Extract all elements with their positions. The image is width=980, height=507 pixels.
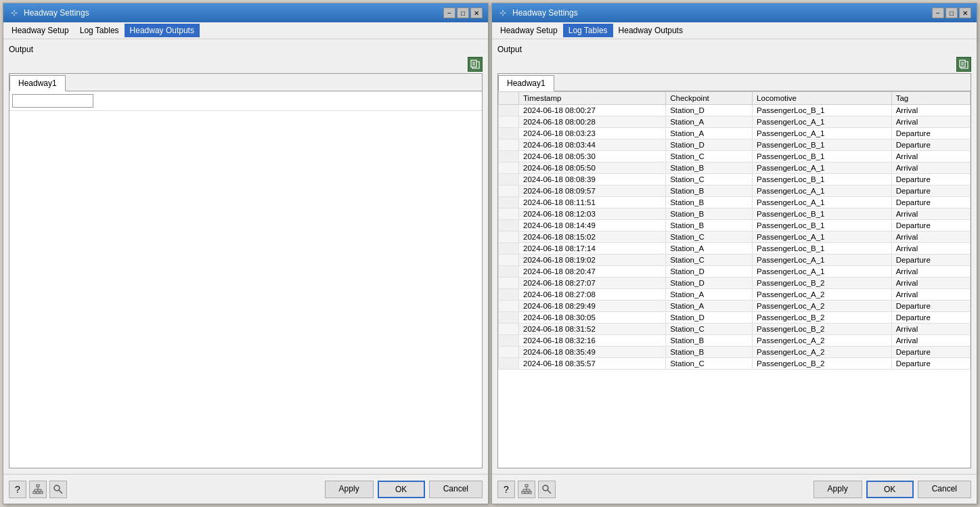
cell-rownum — [499, 358, 519, 370]
cell-timestamp: 2024-06-18 08:03:44 — [519, 139, 666, 151]
left-ok-button[interactable]: OK — [378, 481, 425, 498]
right-tab-container: Headway1 Timestamp Checkpoint Locomotive — [497, 73, 971, 468]
left-export-icon[interactable] — [468, 57, 483, 72]
left-apply-button[interactable]: Apply — [325, 481, 374, 498]
right-tab-content: Timestamp Checkpoint Locomotive Tag 2024… — [498, 91, 971, 468]
table-row: 2024-06-18 08:15:02 Station_C PassengerL… — [499, 232, 971, 243]
left-search-button[interactable] — [49, 481, 67, 498]
cell-timestamp: 2024-06-18 08:03:23 — [519, 128, 666, 139]
right-ok-button[interactable]: OK — [866, 481, 914, 498]
right-minimize-button[interactable]: − — [932, 7, 944, 18]
cell-checkpoint: Station_B — [666, 335, 753, 347]
cell-rownum — [499, 185, 519, 197]
right-title-buttons: − □ ✕ — [932, 7, 971, 18]
left-menu-headway-setup[interactable]: Headway Setup — [6, 24, 74, 37]
cell-checkpoint: Station_D — [666, 105, 753, 116]
right-menu-bar: Headway Setup Log Tables Headway Outputs — [492, 22, 977, 39]
cell-rownum — [499, 324, 519, 335]
right-apply-button[interactable]: Apply — [814, 481, 862, 498]
cell-rownum — [499, 312, 519, 324]
cell-locomotive: PassengerLoc_A_1 — [753, 266, 892, 278]
left-menu-bar: Headway Setup Log Tables Headway Outputs — [3, 22, 488, 39]
cell-checkpoint: Station_B — [666, 347, 753, 358]
table-row: 2024-06-18 08:19:02 Station_C PassengerL… — [499, 255, 971, 266]
left-title-bar-left: ⊹ Headway Settings — [9, 7, 89, 18]
left-help-button[interactable]: ? — [9, 481, 26, 498]
cell-locomotive: PassengerLoc_A_1 — [753, 232, 892, 243]
right-tab-headway1[interactable]: Headway1 — [498, 75, 554, 91]
cell-timestamp: 2024-06-18 08:15:02 — [519, 232, 666, 243]
right-menu-headway-outputs[interactable]: Headway Outputs — [613, 24, 688, 37]
right-export-icon[interactable] — [956, 57, 971, 72]
cell-locomotive: PassengerLoc_A_1 — [753, 162, 892, 174]
cell-checkpoint: Station_C — [666, 358, 753, 370]
left-title-bar: ⊹ Headway Settings − □ ✕ — [3, 3, 488, 22]
right-tab-bar: Headway1 — [498, 74, 971, 91]
right-data-table-scroll[interactable]: Timestamp Checkpoint Locomotive Tag 2024… — [498, 91, 971, 468]
cell-timestamp: 2024-06-18 08:35:49 — [519, 347, 666, 358]
table-row: 2024-06-18 08:08:39 Station_C PassengerL… — [499, 174, 971, 185]
cell-checkpoint: Station_C — [666, 255, 753, 266]
cell-locomotive: PassengerLoc_B_1 — [753, 151, 892, 162]
right-data-table: Timestamp Checkpoint Locomotive Tag 2024… — [498, 91, 971, 370]
cell-timestamp: 2024-06-18 08:35:57 — [519, 358, 666, 370]
cell-rownum — [499, 162, 519, 174]
right-window: ⊹ Headway Settings − □ ✕ Headway Setup L… — [491, 3, 977, 504]
left-network-button[interactable] — [29, 481, 47, 498]
cell-tag: Departure — [891, 174, 970, 185]
left-minimize-button[interactable]: − — [443, 7, 455, 18]
left-maximize-button[interactable]: □ — [457, 7, 469, 18]
svg-line-14 — [59, 490, 62, 493]
right-window-title: Headway Settings — [512, 8, 578, 18]
left-window-title: Headway Settings — [24, 8, 89, 18]
cell-timestamp: 2024-06-18 08:08:39 — [519, 174, 666, 185]
right-output-label: Output — [497, 45, 971, 54]
cell-locomotive: PassengerLoc_B_1 — [753, 139, 892, 151]
left-output-label: Output — [9, 45, 483, 54]
svg-line-29 — [548, 490, 551, 493]
table-row: 2024-06-18 08:03:23 Station_A PassengerL… — [499, 128, 971, 139]
right-search-button[interactable] — [538, 481, 556, 498]
cell-timestamp: 2024-06-18 08:09:57 — [519, 185, 666, 197]
right-network-button[interactable] — [518, 481, 535, 498]
cell-tag: Departure — [891, 358, 970, 370]
cell-timestamp: 2024-06-18 08:17:14 — [519, 243, 666, 255]
table-row: 2024-06-18 08:00:28 Station_A PassengerL… — [499, 116, 971, 128]
cell-checkpoint: Station_C — [666, 151, 753, 162]
left-close-button[interactable]: ✕ — [470, 7, 483, 18]
right-export-icon-area — [497, 57, 971, 72]
table-row: 2024-06-18 08:12:03 Station_B PassengerL… — [499, 208, 971, 220]
right-menu-headway-setup[interactable]: Headway Setup — [495, 24, 563, 37]
cell-tag: Arrival — [891, 232, 970, 243]
right-maximize-button[interactable]: □ — [945, 7, 958, 18]
right-help-button[interactable]: ? — [497, 481, 515, 498]
cell-locomotive: PassengerLoc_A_2 — [753, 289, 892, 301]
right-menu-log-tables[interactable]: Log Tables — [563, 24, 613, 37]
table-row: 2024-06-18 08:35:57 Station_C PassengerL… — [499, 358, 971, 370]
cell-locomotive: PassengerLoc_A_2 — [753, 347, 892, 358]
cell-tag: Arrival — [891, 243, 970, 255]
left-menu-headway-outputs[interactable]: Headway Outputs — [125, 24, 200, 37]
cell-tag: Arrival — [891, 151, 970, 162]
table-row: 2024-06-18 08:17:14 Station_A PassengerL… — [499, 243, 971, 255]
left-menu-log-tables[interactable]: Log Tables — [74, 24, 125, 37]
left-content-area: Output Headway1 — [3, 39, 488, 474]
left-tab-headway1[interactable]: Headway1 — [9, 75, 66, 91]
cell-checkpoint: Station_D — [666, 139, 753, 151]
cell-rownum — [499, 232, 519, 243]
cell-timestamp: 2024-06-18 08:29:49 — [519, 301, 666, 312]
cell-timestamp: 2024-06-18 08:27:08 — [519, 289, 666, 301]
cell-locomotive: PassengerLoc_B_2 — [753, 324, 892, 335]
cell-locomotive: PassengerLoc_B_2 — [753, 358, 892, 370]
right-close-button[interactable]: ✕ — [959, 7, 971, 18]
cell-tag: Arrival — [891, 105, 970, 116]
cell-tag: Arrival — [891, 208, 970, 220]
right-cancel-button[interactable]: Cancel — [918, 481, 971, 498]
cell-tag: Departure — [891, 197, 970, 208]
left-cancel-button[interactable]: Cancel — [429, 481, 483, 498]
svg-point-13 — [54, 485, 60, 491]
cell-rownum — [499, 243, 519, 255]
cell-checkpoint: Station_B — [666, 220, 753, 232]
left-search-input[interactable] — [12, 94, 93, 108]
left-export-icon-area — [9, 57, 483, 72]
